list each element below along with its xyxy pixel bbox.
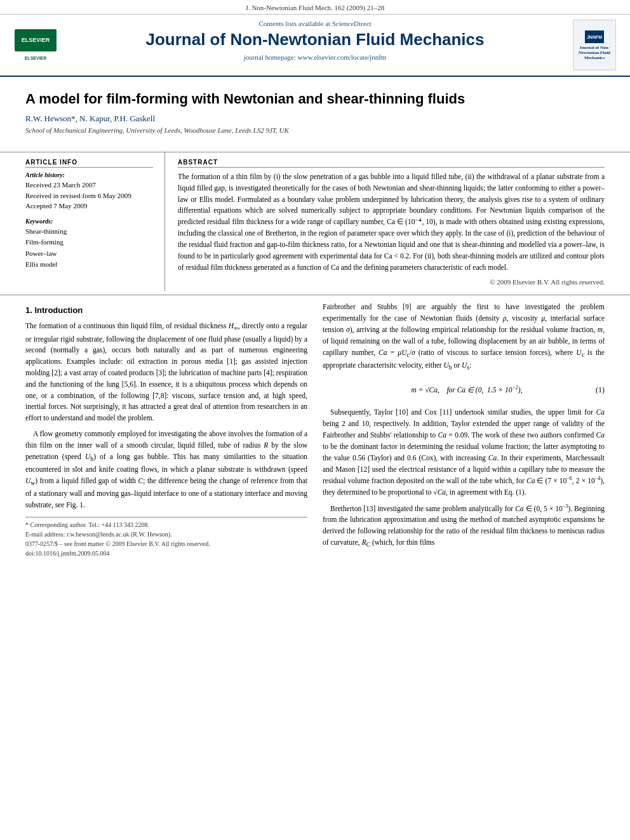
equation-1: m = √Ca, for Ca ∈ (0, 1.5 × 10−2), <box>384 384 549 396</box>
keyword-3: Power–law <box>25 248 153 260</box>
svg-text:ELSEVIER: ELSEVIER <box>25 56 47 60</box>
keyword-1: Shear-thinning <box>25 226 153 237</box>
svg-text:ELSEVIER: ELSEVIER <box>22 37 50 43</box>
body-right-col: Fairbrother and Stubbs [9] are arguably … <box>323 302 605 558</box>
intro-heading: 1. Introduction <box>25 304 307 317</box>
issn-line: 0377-0257/$ – see front matter © 2009 El… <box>25 539 307 549</box>
article-info-col: Article Info Article history: Received 2… <box>25 152 165 291</box>
keywords-label: Keywords: <box>25 218 153 225</box>
article-title-section: A model for film-forming with Newtonian … <box>0 77 630 147</box>
header-center: Contents lists available at ScienceDirec… <box>67 20 563 70</box>
article-history-block: Article history: Received 23 March 2007 … <box>25 171 153 211</box>
abstract-label: Abstract <box>178 159 605 168</box>
body-left-col: 1. Introduction The formation of a conti… <box>25 302 307 558</box>
badge-text: Journal of Non-Newtonian Fluid Mechanics <box>576 45 613 60</box>
article-info-abstract: Article Info Article history: Received 2… <box>0 152 630 291</box>
history-label: Article history: <box>25 171 153 178</box>
badge-icon: JNNFM <box>585 30 604 43</box>
abstract-col: Abstract The formation of a thin film by… <box>165 152 605 291</box>
right-para-1: Fairbrother and Stubbs [9] are arguably … <box>323 302 605 373</box>
accepted-date: Accepted 7 May 2009 <box>25 201 153 211</box>
journal-title: Journal of Non-Newtonian Fluid Mechanics <box>67 30 563 50</box>
equation-1-number: (1) <box>549 384 605 396</box>
footnotes: * Corresponding author. Tel.: +44 113 34… <box>25 517 307 558</box>
contents-available-line: Contents lists available at ScienceDirec… <box>67 20 563 27</box>
contents-text: Contents lists available at <box>258 20 330 27</box>
homepage-label: journal homepage: <box>244 53 296 61</box>
page: J. Non-Newtonian Fluid Mech. 162 (2009) … <box>0 0 630 840</box>
keyword-2: Film-forming <box>25 237 153 248</box>
revised-date: Received in revised form 6 May 2009 <box>25 190 153 201</box>
keyword-4: Ellis model <box>25 259 153 270</box>
intro-number: 1. <box>25 305 32 315</box>
article-main-title: A model for film-forming with Newtonian … <box>25 91 605 107</box>
header-right: JNNFM Journal of Non-Newtonian Fluid Mec… <box>569 20 620 70</box>
journal-reference: J. Non-Newtonian Fluid Mech. 162 (2009) … <box>246 4 385 11</box>
corresponding-author: * Corresponding author. Tel.: +44 113 34… <box>25 520 307 530</box>
equation-1-row: m = √Ca, for Ca ∈ (0, 1.5 × 10−2), (1) <box>329 379 605 401</box>
body-section: 1. Introduction The formation of a conti… <box>0 295 630 558</box>
science-direct-link[interactable]: ScienceDirect <box>332 20 372 27</box>
right-para-2: Subsequently, Taylor [10] and Cox [11] u… <box>323 407 605 498</box>
right-para-3: Bretherton [13] investigated the same pr… <box>323 503 605 550</box>
body-columns: 1. Introduction The formation of a conti… <box>25 295 605 558</box>
svg-text:JNNFM: JNNFM <box>587 35 602 39</box>
header-section: ELSEVIER ELSEVIER Contents lists availab… <box>0 15 630 77</box>
intro-para-1: The formation of a continuous thin liqui… <box>25 321 307 424</box>
article-info-label: Article Info <box>25 159 153 168</box>
elsevier-logo-icon: ELSEVIER ELSEVIER <box>13 28 58 63</box>
authors: R.W. Hewson*, N. Kapur, P.H. Gaskell <box>25 114 605 124</box>
header-left: ELSEVIER ELSEVIER <box>10 20 61 70</box>
intro-title: Introduction <box>34 305 83 315</box>
email-line: E-mail address: r.w.hewson@leeds.ac.uk (… <box>25 530 307 539</box>
received-date: Received 23 March 2007 <box>25 180 153 190</box>
abstract-text: The formation of a thin film by (i) the … <box>178 171 605 273</box>
journal-badge: JNNFM Journal of Non-Newtonian Fluid Mec… <box>573 20 616 70</box>
affiliation: School of Mechanical Engineering, Univer… <box>25 126 605 134</box>
keywords-block: Keywords: Shear-thinning Film-forming Po… <box>25 218 153 270</box>
journal-homepage: journal homepage: www.elsevier.com/locat… <box>67 53 563 61</box>
intro-para-2: A flow geometry commonly employed for in… <box>25 429 307 510</box>
copyright: © 2009 Elsevier B.V. All rights reserved… <box>178 278 605 291</box>
homepage-link[interactable]: www.elsevier.com/locate/jnnfm <box>298 53 387 61</box>
doi-line: doi:10.1016/j.jnnfm.2009.05.004 <box>25 549 307 558</box>
top-bar: J. Non-Newtonian Fluid Mech. 162 (2009) … <box>0 0 630 15</box>
